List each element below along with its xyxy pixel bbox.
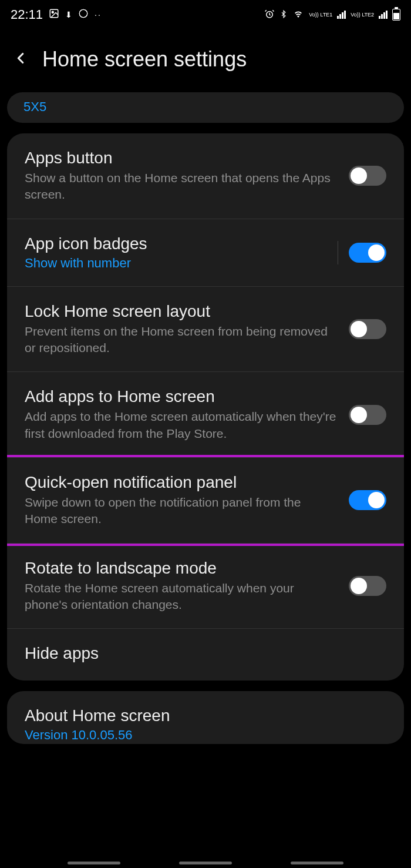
hide-apps-row[interactable]: Hide apps	[7, 629, 404, 681]
alarm-icon	[264, 9, 275, 21]
app-icon-badges-row[interactable]: App icon badges Show with number	[7, 219, 404, 287]
status-bar: 22:11 ⬇ ·· Vo)) LTE1 Vo)) LTE2	[0, 0, 411, 29]
app-icon-badges-toggle[interactable]	[349, 243, 386, 263]
header: Home screen settings	[0, 29, 411, 92]
apps-button-row[interactable]: Apps button Show a button on the Home sc…	[7, 133, 404, 219]
quick-open-toggle[interactable]	[349, 490, 386, 510]
lock-layout-desc: Prevent items on the Home screen from be…	[25, 323, 337, 357]
download-icon: ⬇	[65, 10, 72, 19]
nav-recents[interactable]	[68, 862, 120, 864]
rotate-title: Rotate to landscape mode	[25, 559, 337, 578]
network-1-label: Vo)) LTE1	[309, 12, 332, 18]
add-apps-desc: Add apps to the Home screen automaticall…	[25, 408, 337, 442]
gallery-icon	[49, 7, 59, 22]
app-circle-icon	[78, 7, 89, 22]
add-apps-row[interactable]: Add apps to Home screen Add apps to the …	[7, 372, 404, 458]
add-apps-title: Add apps to Home screen	[25, 387, 337, 406]
lock-layout-title: Lock Home screen layout	[25, 302, 337, 321]
status-right: Vo)) LTE1 Vo)) LTE2	[264, 9, 400, 21]
network-2-label: Vo)) LTE2	[351, 12, 374, 18]
divider	[338, 241, 338, 264]
apps-button-desc: Show a button on the Home screen that op…	[25, 170, 337, 203]
apps-button-toggle[interactable]	[349, 166, 386, 186]
about-title: About Home screen	[25, 706, 386, 725]
svg-point-1	[52, 11, 53, 13]
quick-open-desc: Swipe down to open the notification pane…	[25, 494, 337, 528]
apps-button-title: Apps button	[25, 149, 337, 167]
settings-card: Apps button Show a button on the Home sc…	[7, 133, 404, 681]
lock-layout-row[interactable]: Lock Home screen layout Prevent items on…	[7, 287, 404, 373]
grid-size-value: 5X5	[23, 99, 388, 115]
navigation-bar	[0, 862, 411, 864]
about-version: Version 10.0.05.56	[25, 728, 386, 743]
lock-layout-toggle[interactable]	[349, 319, 386, 339]
app-icon-badges-title: App icon badges	[25, 234, 326, 253]
bluetooth-icon	[279, 9, 288, 21]
page-title: Home screen settings	[42, 47, 247, 72]
signal-2-icon	[379, 11, 388, 19]
rotate-toggle[interactable]	[349, 576, 386, 596]
highlight-annotation: Quick-open notification panel Swipe down…	[7, 455, 404, 546]
add-apps-toggle[interactable]	[349, 405, 386, 425]
status-left: 22:11 ⬇ ··	[11, 7, 102, 22]
battery-icon	[392, 9, 400, 21]
signal-1-icon	[337, 11, 346, 19]
wifi-icon	[292, 9, 304, 21]
status-time: 22:11	[11, 7, 43, 22]
quick-open-row[interactable]: Quick-open notification panel Swipe down…	[7, 458, 404, 543]
nav-home[interactable]	[179, 862, 232, 864]
hide-apps-title: Hide apps	[25, 644, 375, 663]
back-button[interactable]	[12, 49, 29, 69]
rotate-desc: Rotate the Home screen automatically whe…	[25, 580, 337, 614]
rotate-row[interactable]: Rotate to landscape mode Rotate the Home…	[7, 543, 404, 629]
more-icon: ··	[95, 10, 102, 19]
quick-open-title: Quick-open notification panel	[25, 473, 337, 492]
about-card[interactable]: About Home screen Version 10.0.05.56	[7, 691, 404, 744]
grid-size-card[interactable]: 5X5	[7, 92, 404, 123]
nav-back[interactable]	[291, 862, 343, 864]
app-icon-badges-sublink: Show with number	[25, 256, 326, 271]
